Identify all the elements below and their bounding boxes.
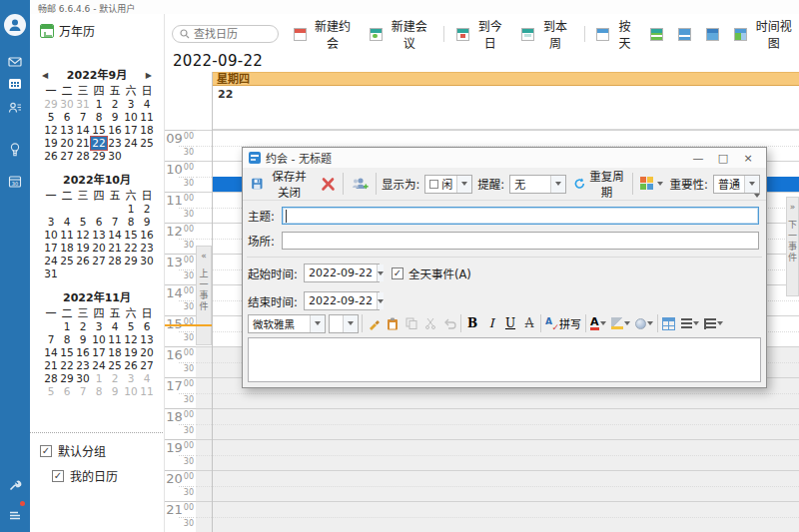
day-cell[interactable]: 11	[139, 385, 155, 398]
goto-week-button[interactable]: 到本周	[518, 15, 574, 53]
rail-item-settings[interactable]	[0, 473, 30, 497]
day-cell[interactable]: 9	[139, 216, 155, 229]
start-date-select[interactable]: 2022-09-22	[304, 264, 380, 282]
undo-button[interactable]	[441, 315, 457, 332]
day-cell[interactable]: 17	[43, 242, 59, 255]
day-cell-selected[interactable]: 22	[91, 137, 107, 150]
cut-button[interactable]	[422, 315, 438, 332]
day-cell[interactable]: 3	[123, 98, 139, 111]
font-family-select[interactable]: 微软雅黑	[248, 314, 326, 333]
day-cell[interactable]: 3	[123, 372, 139, 385]
day-cell[interactable]: 15	[123, 229, 139, 242]
day-cell[interactable]: 7	[43, 333, 59, 346]
dialog-titlebar[interactable]: 约会 - 无标题 — □ ×	[243, 148, 766, 168]
day-cell[interactable]: 16	[75, 346, 91, 359]
day-cell[interactable]: 28	[75, 150, 91, 163]
day-cell[interactable]: 21	[43, 359, 59, 372]
time-slot[interactable]	[196, 393, 799, 409]
rail-item-calendar[interactable]	[0, 72, 30, 96]
day-cell[interactable]: 23	[139, 242, 155, 255]
day-cell[interactable]: 9	[75, 333, 91, 346]
search-input[interactable]	[194, 28, 269, 41]
rail-item-menu[interactable]	[0, 503, 30, 527]
view-workweek-button[interactable]	[647, 26, 666, 43]
reminder-select[interactable]: 无	[509, 175, 566, 194]
day-cell[interactable]: 28	[43, 372, 59, 385]
day-cell[interactable]: 14	[107, 229, 123, 242]
day-cell[interactable]: 23	[107, 137, 123, 150]
time-slot[interactable]	[196, 486, 799, 502]
day-cell[interactable]: 2	[107, 372, 123, 385]
day-cell[interactable]: 4	[107, 320, 123, 333]
day-cell[interactable]: 20	[59, 137, 75, 150]
day-cell[interactable]: 8	[59, 333, 75, 346]
day-cell[interactable]: 20	[139, 346, 155, 359]
day-cell[interactable]: 29	[91, 150, 107, 163]
toolbar-overflow-icon[interactable]	[754, 194, 760, 198]
alignment-button[interactable]	[680, 315, 700, 332]
time-slot[interactable]	[196, 501, 799, 517]
day-cell[interactable]: 4	[139, 372, 155, 385]
strikethrough-button[interactable]: A	[521, 315, 537, 332]
day-cell[interactable]: 22	[123, 242, 139, 255]
day-cell[interactable]: 30	[59, 98, 75, 111]
day-cell[interactable]: 3	[43, 216, 59, 229]
day-cell[interactable]: 11	[107, 333, 123, 346]
view-week-button[interactable]	[675, 26, 694, 43]
day-cell[interactable]: 15	[59, 346, 75, 359]
new-meeting-button[interactable]: 新建会议	[367, 15, 434, 53]
time-slot[interactable]	[196, 470, 799, 486]
day-cell[interactable]: 6	[59, 111, 75, 124]
day-cell[interactable]: 25	[107, 359, 123, 372]
day-cell[interactable]: 31	[75, 98, 91, 111]
day-cell[interactable]: 11	[59, 229, 75, 242]
day-cell[interactable]: 5	[75, 216, 91, 229]
day-cell[interactable]: 28	[107, 255, 123, 267]
day-cell[interactable]: 10	[43, 229, 59, 242]
day-cell[interactable]: 24	[43, 255, 59, 267]
day-cell[interactable]: 15	[91, 124, 107, 137]
day-cell[interactable]: 5	[43, 111, 59, 124]
day-cell[interactable]: 31	[43, 267, 59, 280]
time-slot[interactable]	[196, 455, 799, 471]
category-button[interactable]	[638, 176, 665, 192]
allday-area[interactable]: 22	[212, 87, 799, 130]
dialog-maximize-button[interactable]: □	[713, 152, 733, 165]
day-cell[interactable]: 2	[75, 320, 91, 333]
format-painter-button[interactable]	[366, 315, 382, 332]
day-cell[interactable]: 12	[43, 124, 59, 137]
day-cell[interactable]: 1	[59, 320, 75, 333]
day-cell[interactable]: 26	[43, 150, 59, 163]
insert-object-button[interactable]	[634, 315, 654, 332]
day-cell[interactable]: 6	[59, 385, 75, 398]
day-cell[interactable]: 4	[59, 216, 75, 229]
day-cell[interactable]: 4	[139, 98, 155, 111]
dialog-minimize-button[interactable]: —	[688, 152, 708, 165]
day-cell[interactable]: 18	[59, 242, 75, 255]
default-group-checkbox[interactable]	[40, 445, 52, 457]
view-day-button[interactable]: 按天	[593, 15, 638, 53]
copy-button[interactable]	[403, 315, 419, 332]
day-cell[interactable]: 23	[75, 359, 91, 372]
view-month-button[interactable]	[703, 26, 722, 43]
body-editor[interactable]	[248, 337, 761, 382]
day-cell[interactable]: 14	[43, 346, 59, 359]
time-slot[interactable]	[196, 424, 799, 440]
day-cell[interactable]: 12	[123, 333, 139, 346]
day-cell[interactable]: 21	[107, 242, 123, 255]
font-color-button[interactable]: A	[589, 315, 607, 332]
day-cell[interactable]: 20	[91, 242, 107, 255]
day-cell[interactable]: 30	[139, 255, 155, 267]
day-cell[interactable]: 2	[107, 98, 123, 111]
day-cell[interactable]: 30	[75, 372, 91, 385]
day-header-band[interactable]: 星期四	[212, 72, 799, 86]
day-cell[interactable]: 13	[91, 229, 107, 242]
day-cell[interactable]: 5	[123, 320, 139, 333]
day-cell[interactable]: 16	[107, 124, 123, 137]
spell-check-button[interactable]: 拼写	[544, 315, 582, 332]
day-cell[interactable]: 14	[75, 124, 91, 137]
day-cell[interactable]: 17	[123, 124, 139, 137]
day-cell[interactable]: 29	[123, 255, 139, 267]
day-cell[interactable]: 8	[91, 385, 107, 398]
day-cell[interactable]: 22	[59, 359, 75, 372]
